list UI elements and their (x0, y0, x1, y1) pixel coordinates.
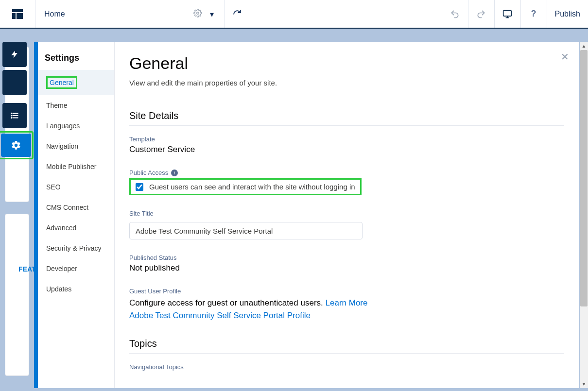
chevron-down-icon[interactable]: ▾ (210, 9, 214, 18)
field-published-status: Published Status Not published (129, 254, 564, 273)
desktop-preview-button[interactable] (494, 0, 520, 28)
site-title-input[interactable] (129, 222, 363, 239)
settings-panel: Settings General Theme Languages Navigat… (34, 42, 579, 388)
svg-point-10 (11, 113, 12, 114)
scroll-up-arrow[interactable]: ▲ (580, 42, 588, 50)
gear-icon[interactable] (193, 9, 202, 19)
section-topics: Topics (129, 338, 564, 354)
guest-profile-description: Configure access for guest or unauthenti… (129, 297, 564, 322)
svg-point-11 (11, 115, 12, 116)
public-access-label: Public Access i (129, 169, 564, 176)
redo-button[interactable] (468, 0, 494, 28)
close-icon[interactable]: ✕ (561, 51, 569, 63)
info-icon[interactable]: i (171, 170, 178, 176)
sidebar-item-developer[interactable]: Developer (38, 258, 114, 279)
undo-button[interactable] (442, 0, 468, 28)
learn-more-link[interactable]: Learn More (326, 298, 368, 307)
rail-more-dots (2, 97, 27, 102)
help-button[interactable]: ? (520, 0, 547, 28)
guest-profile-label: Guest User Profile (129, 288, 564, 295)
field-template: Template Customer Service (129, 136, 564, 154)
scroll-down-arrow[interactable]: ▼ (580, 380, 588, 388)
sidebar-item-navigation[interactable]: Navigation (38, 136, 114, 156)
sidebar-item-advanced[interactable]: Advanced (38, 218, 114, 238)
public-access-checkbox-label: Guest users can see and interact with th… (149, 183, 355, 191)
public-access-checkbox[interactable] (136, 183, 143, 191)
layout-icon (12, 9, 23, 19)
sidebar-item-updates[interactable]: Updates (38, 279, 114, 299)
rail-page-structure-button[interactable] (2, 103, 27, 128)
site-title-label: Site Title (129, 210, 564, 217)
background-tab-text: FEAT (18, 265, 36, 273)
refresh-button[interactable] (225, 0, 254, 28)
public-access-checkbox-row: Guest users can see and interact with th… (129, 178, 362, 195)
page-title: General (129, 54, 564, 73)
list-icon (10, 111, 19, 120)
sidebar-item-cms-connect[interactable]: CMS Connect (38, 197, 114, 218)
top-right-actions: ? Publish (442, 0, 588, 28)
svg-point-12 (11, 118, 12, 119)
scrollbar-track[interactable]: ▲ ▼ (580, 42, 588, 388)
settings-content: ✕ General View and edit the main propert… (115, 42, 579, 388)
sidebar-item-security-privacy[interactable]: Security & Privacy (38, 238, 114, 258)
template-value: Customer Service (129, 145, 564, 154)
page-name: Home (44, 10, 65, 18)
field-guest-user-profile: Guest User Profile Configure access for … (129, 288, 564, 322)
nav-topics-label: Navigational Topics (129, 363, 564, 371)
guest-profile-link[interactable]: Adobe Test Community Self Service Portal… (129, 311, 311, 320)
gear-icon (11, 140, 21, 151)
panel-accent-strip (34, 42, 38, 388)
app-logo[interactable] (0, 0, 35, 28)
field-public-access: Public Access i Guest users can see and … (129, 169, 564, 195)
sidebar-item-general[interactable]: General (38, 70, 114, 95)
svg-rect-4 (503, 10, 512, 16)
top-bar: Home ▾ ? Publish (0, 0, 588, 29)
settings-sidebar: Settings General Theme Languages Navigat… (38, 42, 115, 388)
template-label: Template (129, 136, 564, 143)
rail-components-button[interactable] (2, 42, 27, 67)
svg-rect-1 (12, 13, 16, 19)
brush-icon (10, 78, 19, 87)
rail-settings-highlight (0, 131, 34, 159)
rail-theme-button[interactable] (2, 70, 27, 95)
settings-heading: Settings (38, 42, 114, 70)
page-name-dropdown[interactable]: Home ▾ (35, 0, 225, 28)
field-site-title: Site Title (129, 210, 564, 239)
builder-rail (2, 42, 27, 159)
published-status-value: Not published (129, 263, 564, 273)
page-subtitle: View and edit the main properties of you… (129, 79, 564, 87)
svg-rect-2 (17, 13, 23, 19)
published-status-label: Published Status (129, 254, 564, 261)
scrollbar-thumb[interactable] (580, 50, 588, 306)
sidebar-item-theme[interactable]: Theme (38, 95, 114, 116)
svg-rect-0 (12, 9, 23, 12)
sidebar-item-seo[interactable]: SEO (38, 177, 114, 197)
sidebar-item-languages[interactable]: Languages (38, 116, 114, 136)
sidebar-item-mobile-publisher[interactable]: Mobile Publisher (38, 156, 114, 177)
svg-point-3 (197, 12, 199, 14)
rail-settings-button[interactable] (1, 134, 31, 157)
section-site-details: Site Details (129, 110, 564, 126)
bolt-icon (10, 49, 19, 60)
publish-button[interactable]: Publish (547, 0, 588, 28)
